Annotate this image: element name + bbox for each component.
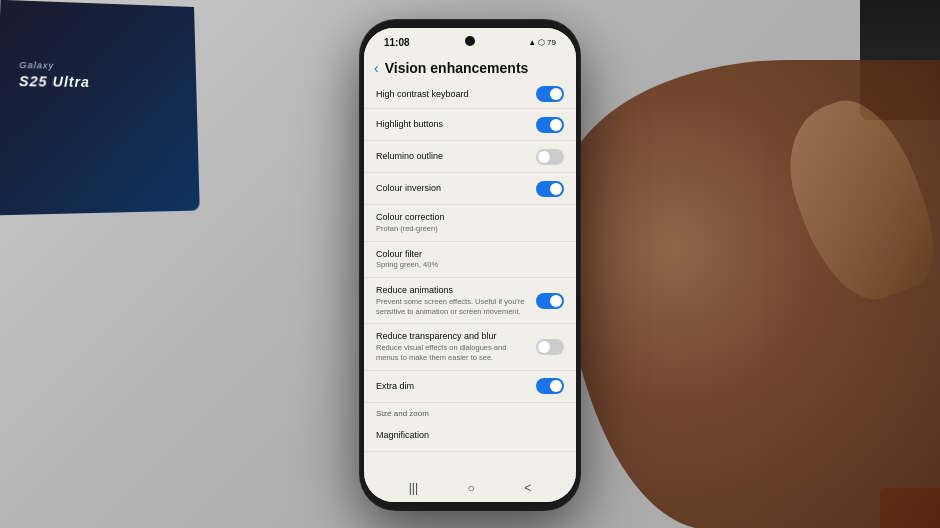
relumino-outline-toggle[interactable]: [536, 149, 564, 165]
box-brand: Galaxy: [19, 59, 90, 73]
setting-label: Colour filter: [376, 249, 558, 260]
reduce-transparency-toggle[interactable]: [536, 339, 564, 355]
setting-label: Colour inversion: [376, 183, 530, 194]
setting-item-reduce-animations[interactable]: Reduce animations Prevent some screen ef…: [364, 278, 576, 324]
status-icons: ▲ ⬡ 79: [528, 38, 556, 47]
battery-icon: 79: [547, 38, 556, 47]
setting-label: Reduce animations: [376, 285, 530, 296]
setting-item-colour-filter[interactable]: Colour filter Spring green, 40%: [364, 242, 576, 279]
phone-box: Galaxy S25 Ultra: [0, 0, 200, 215]
setting-sublabel: Spring green, 40%: [376, 260, 558, 270]
phone-body: 11:08 ▲ ⬡ 79 ‹ Vision enhancements High …: [360, 20, 580, 510]
camera-cutout: [465, 36, 475, 46]
recents-button[interactable]: |||: [409, 481, 418, 495]
status-bar: 11:08 ▲ ⬡ 79: [364, 28, 576, 56]
setting-item-extra-dim[interactable]: Extra dim: [364, 371, 576, 403]
high-contrast-keyboard-toggle[interactable]: [536, 86, 564, 102]
setting-sublabel: Reduce visual effects on dialogues and m…: [376, 343, 530, 363]
settings-list: High contrast keyboard Highlight buttons…: [364, 82, 576, 452]
setting-item-high-contrast-keyboard[interactable]: High contrast keyboard: [364, 82, 576, 109]
finger: [769, 86, 940, 315]
setting-item-colour-inversion[interactable]: Colour inversion: [364, 173, 576, 205]
setting-label: High contrast keyboard: [376, 89, 469, 99]
setting-label: Highlight buttons: [376, 119, 530, 130]
setting-label: Reduce transparency and blur: [376, 331, 530, 342]
status-time: 11:08: [384, 37, 410, 48]
setting-item-colour-correction[interactable]: Colour correction Protan (red-green): [364, 205, 576, 242]
phone: 11:08 ▲ ⬡ 79 ‹ Vision enhancements High …: [360, 20, 580, 510]
setting-item-highlight-buttons[interactable]: Highlight buttons: [364, 109, 576, 141]
colour-inversion-toggle[interactable]: [536, 181, 564, 197]
back-nav-button[interactable]: <: [524, 481, 531, 495]
section-header-size-and-zoom: Size and zoom: [364, 403, 576, 420]
wifi-icon: ⬡: [538, 38, 545, 47]
highlight-buttons-toggle[interactable]: [536, 117, 564, 133]
signal-icon: ▲: [528, 38, 536, 47]
setting-sublabel: Protan (red-green): [376, 224, 558, 234]
nav-bar: ||| ○ <: [364, 474, 576, 502]
page-title: Vision enhancements: [385, 60, 529, 76]
reduce-animations-toggle[interactable]: [536, 293, 564, 309]
phone-screen: 11:08 ▲ ⬡ 79 ‹ Vision enhancements High …: [364, 28, 576, 502]
page-header: ‹ Vision enhancements: [364, 56, 576, 82]
setting-item-magnification[interactable]: Magnification: [364, 420, 576, 452]
setting-item-relumino-outline[interactable]: Relumino outline: [364, 141, 576, 173]
hand: [560, 60, 940, 528]
setting-label: Magnification: [376, 430, 558, 441]
setting-label: Colour correction: [376, 212, 558, 223]
setting-label: Relumino outline: [376, 151, 530, 162]
back-button[interactable]: ‹: [374, 60, 379, 76]
extra-dim-toggle[interactable]: [536, 378, 564, 394]
home-button[interactable]: ○: [468, 481, 475, 495]
setting-item-reduce-transparency[interactable]: Reduce transparency and blur Reduce visu…: [364, 324, 576, 370]
setting-sublabel: Prevent some screen effects. Useful if y…: [376, 297, 530, 317]
setting-label: Extra dim: [376, 381, 530, 392]
box-model: S25 Ultra: [19, 72, 90, 93]
